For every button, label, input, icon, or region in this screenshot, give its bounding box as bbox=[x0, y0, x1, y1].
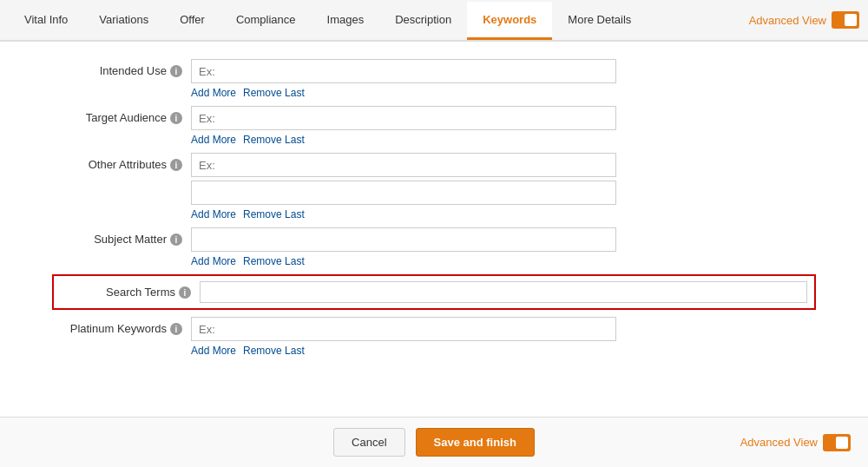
toggle-knob-top bbox=[845, 14, 857, 26]
tab-description[interactable]: Description bbox=[379, 2, 467, 40]
target-audience-info-icon[interactable]: i bbox=[170, 112, 182, 124]
platinum-keywords-row: Platinum Keywords i Add More Remove Last bbox=[52, 317, 816, 357]
subject-matter-info-icon[interactable]: i bbox=[170, 234, 182, 246]
tab-keywords[interactable]: Keywords bbox=[467, 2, 552, 40]
subject-matter-right: Add More Remove Last bbox=[191, 227, 816, 267]
target-audience-label: Target Audience i bbox=[52, 106, 191, 124]
advanced-view-label-bottom: Advanced View bbox=[740, 436, 818, 449]
toggle-knob-bottom bbox=[836, 437, 848, 449]
tab-vital-info[interactable]: Vital Info bbox=[9, 2, 83, 40]
search-terms-input[interactable] bbox=[200, 281, 807, 303]
intended-use-right: Add More Remove Last bbox=[191, 59, 816, 99]
target-audience-input[interactable] bbox=[191, 106, 616, 130]
advanced-view-label-top: Advanced View bbox=[749, 14, 826, 27]
search-terms-label: Search Terms i bbox=[61, 286, 200, 299]
other-attributes-add-more[interactable]: Add More bbox=[191, 208, 236, 220]
subject-matter-row: Subject Matter i Add More Remove Last bbox=[52, 227, 816, 267]
platinum-keywords-label: Platinum Keywords i bbox=[52, 317, 191, 335]
platinum-keywords-right: Add More Remove Last bbox=[191, 317, 816, 357]
cancel-button[interactable]: Cancel bbox=[333, 428, 404, 457]
other-attributes-input-2[interactable] bbox=[191, 181, 616, 205]
intended-use-actions: Add More Remove Last bbox=[191, 87, 816, 99]
search-terms-row: Search Terms i bbox=[52, 274, 816, 310]
platinum-keywords-input[interactable] bbox=[191, 317, 616, 341]
target-audience-add-more[interactable]: Add More bbox=[191, 134, 236, 146]
tab-images[interactable]: Images bbox=[312, 2, 380, 40]
search-terms-right bbox=[200, 281, 807, 303]
tab-bar: Vital Info Variations Offer Compliance I… bbox=[0, 0, 868, 42]
advanced-view-toggle-top[interactable]: Advanced View bbox=[749, 11, 859, 29]
other-attributes-input-1[interactable] bbox=[191, 153, 616, 177]
target-audience-right: Add More Remove Last bbox=[191, 106, 816, 146]
target-audience-remove-last[interactable]: Remove Last bbox=[243, 134, 305, 146]
tab-compliance[interactable]: Compliance bbox=[220, 2, 312, 40]
main-content: Intended Use i Add More Remove Last Targ… bbox=[0, 42, 868, 417]
platinum-keywords-add-more[interactable]: Add More bbox=[191, 345, 236, 357]
subject-matter-actions: Add More Remove Last bbox=[191, 255, 816, 267]
target-audience-row: Target Audience i Add More Remove Last bbox=[52, 106, 816, 146]
other-attributes-row: Other Attributes i Add More Remove Last bbox=[52, 153, 816, 220]
intended-use-row: Intended Use i Add More Remove Last bbox=[52, 59, 816, 99]
advanced-view-toggle-bottom[interactable]: Advanced View bbox=[740, 434, 851, 451]
other-attributes-label: Other Attributes i bbox=[52, 153, 191, 171]
footer: Cancel Save and finish Advanced View bbox=[0, 417, 868, 467]
intended-use-remove-last[interactable]: Remove Last bbox=[243, 87, 305, 99]
other-attributes-actions: Add More Remove Last bbox=[191, 208, 816, 220]
intended-use-info-icon[interactable]: i bbox=[170, 65, 182, 77]
subject-matter-add-more[interactable]: Add More bbox=[191, 255, 236, 267]
platinum-keywords-info-icon[interactable]: i bbox=[170, 323, 182, 335]
toggle-switch-top[interactable] bbox=[832, 11, 859, 29]
tab-offer[interactable]: Offer bbox=[164, 2, 220, 40]
platinum-keywords-actions: Add More Remove Last bbox=[191, 345, 816, 357]
intended-use-add-more[interactable]: Add More bbox=[191, 87, 236, 99]
other-attributes-remove-last[interactable]: Remove Last bbox=[243, 208, 305, 220]
subject-matter-label: Subject Matter i bbox=[52, 227, 191, 246]
intended-use-label: Intended Use i bbox=[52, 59, 191, 77]
platinum-keywords-remove-last[interactable]: Remove Last bbox=[243, 345, 305, 357]
save-finish-button[interactable]: Save and finish bbox=[416, 428, 535, 457]
other-attributes-right: Add More Remove Last bbox=[191, 153, 816, 220]
target-audience-actions: Add More Remove Last bbox=[191, 134, 816, 146]
intended-use-input[interactable] bbox=[191, 59, 616, 83]
other-attributes-info-icon[interactable]: i bbox=[170, 159, 182, 171]
tab-more-details[interactable]: More Details bbox=[552, 2, 647, 40]
search-terms-info-icon[interactable]: i bbox=[179, 286, 191, 299]
subject-matter-input[interactable] bbox=[191, 227, 616, 252]
toggle-switch-bottom[interactable] bbox=[823, 434, 851, 451]
subject-matter-remove-last[interactable]: Remove Last bbox=[243, 255, 305, 267]
tab-variations[interactable]: Variations bbox=[83, 2, 164, 40]
